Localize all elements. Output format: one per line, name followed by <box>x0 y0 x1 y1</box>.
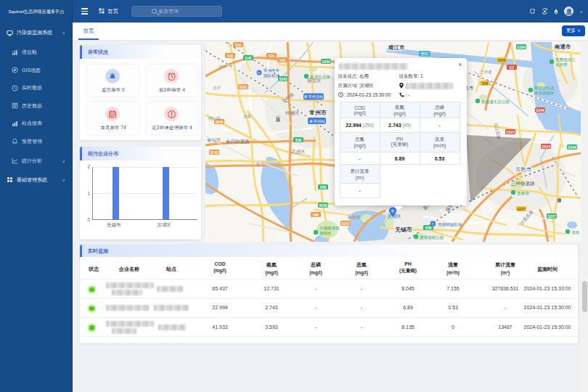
svg-text:无锡市: 无锡市 <box>394 226 412 233</box>
svg-text:✈: ✈ <box>258 71 261 75</box>
svg-text:武进区: 武进区 <box>290 149 306 155</box>
svg-text:外环路: 外环路 <box>281 91 295 104</box>
svg-text:常熟市: 常熟市 <box>515 166 532 173</box>
svg-text:新庄: 新庄 <box>256 162 265 166</box>
svg-text:钟楼区: 钟楼区 <box>285 110 300 115</box>
svg-text:黄泥浦生态公园: 黄泥浦生态公园 <box>481 99 510 105</box>
svg-text:漕湖湿地公园: 漕湖湿地公园 <box>419 235 444 240</box>
svg-text:✈: ✈ <box>432 222 435 226</box>
svg-text:三环快速路: 三环快速路 <box>511 181 535 187</box>
svg-text:金武快速路: 金武快速路 <box>226 139 250 144</box>
svg-text:风光带: 风光带 <box>555 62 568 68</box>
svg-text:江宜高速: 江宜高速 <box>276 112 280 122</box>
svg-text:沙宜高速: 沙宜高速 <box>518 209 534 226</box>
svg-text:无锡硕放机场: 无锡硕放机场 <box>438 222 462 227</box>
svg-text:度假区: 度假区 <box>319 231 332 236</box>
svg-text:苏虞张公路: 苏虞张公路 <box>557 197 561 203</box>
svg-text:昆承湖: 昆承湖 <box>517 191 529 196</box>
svg-text:靖江市: 靖江市 <box>388 44 405 51</box>
svg-text:洪庄: 洪庄 <box>213 86 221 91</box>
svg-text:南通市: 南通市 <box>554 44 571 50</box>
svg-text:三卅塘: 三卅塘 <box>480 70 492 75</box>
svg-text:南泉镇: 南泉镇 <box>348 215 360 219</box>
svg-text:连墩: 连墩 <box>243 114 252 119</box>
svg-text:金坛区: 金坛区 <box>207 137 221 142</box>
svg-text:湿地: 湿地 <box>571 230 580 234</box>
svg-text:滨湖区: 滨湖区 <box>387 213 401 219</box>
svg-text:国际机场: 国际机场 <box>264 73 279 78</box>
svg-text:新北区: 新北区 <box>307 78 322 83</box>
svg-text:闸口镇: 闸口镇 <box>208 116 221 121</box>
svg-text:常州奔牛: 常州奔牛 <box>264 68 280 73</box>
svg-text:常州市: 常州市 <box>309 109 327 116</box>
svg-text:农业旅游区: 农业旅游区 <box>534 91 555 96</box>
svg-text:洪甲: 洪甲 <box>219 65 226 70</box>
